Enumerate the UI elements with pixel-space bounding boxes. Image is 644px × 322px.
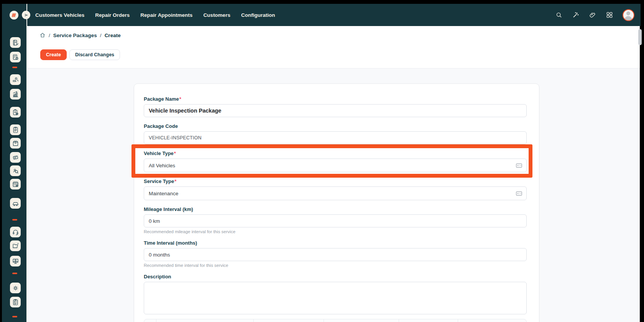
topbar-actions: [555, 4, 634, 26]
monitor-icon[interactable]: [10, 256, 21, 266]
content-area: / Service Packages / Create Create Disca…: [27, 26, 640, 322]
search-icon[interactable]: [555, 11, 563, 19]
headset-icon[interactable]: [10, 227, 21, 237]
package-box-icon[interactable]: [10, 138, 21, 149]
discard-changes-button[interactable]: Discard Changes: [69, 49, 120, 60]
vehicle-type-value: All Vehicles: [149, 163, 175, 168]
nav-customers-vehicles[interactable]: Customers Vehicles: [35, 12, 84, 18]
field-package-code: Package Code: [144, 124, 526, 144]
sidebar: [2, 26, 26, 322]
package-code-input[interactable]: [144, 131, 527, 144]
time-interval-label: Time Interval (months): [144, 241, 526, 245]
app-logo[interactable]: [10, 11, 18, 20]
nav-repair-orders[interactable]: Repair Orders: [95, 12, 130, 18]
breadcrumb-separator: /: [49, 33, 50, 38]
avatar-head-shape: [626, 11, 630, 15]
sidebar-section-divider: [12, 273, 17, 274]
table-column: [156, 319, 254, 322]
service-type-value: Maintenance: [149, 191, 178, 196]
gear-icon[interactable]: [10, 283, 21, 293]
clipboard-plus-icon[interactable]: [10, 107, 21, 118]
toolbar: Create Discard Changes: [40, 49, 120, 60]
nav-customers[interactable]: Customers: [203, 12, 230, 18]
field-service-type: Service Type* Maintenance: [144, 179, 526, 200]
field-package-name: Package Name*: [144, 97, 526, 117]
time-interval-input[interactable]: [144, 248, 527, 261]
stats-chart-icon[interactable]: [10, 89, 21, 100]
id-clipboard-icon[interactable]: [10, 297, 21, 307]
customer-search-icon[interactable]: [10, 165, 21, 176]
top-navigation-bar: Customers Vehicles Repair Orders Repair …: [2, 4, 641, 26]
table-column: [254, 319, 324, 322]
breadcrumb: / Service Packages / Create: [39, 32, 121, 38]
apps-grid-icon[interactable]: [606, 11, 613, 19]
magic-wand-icon[interactable]: [572, 11, 580, 19]
breadcrumb-separator: /: [100, 33, 102, 38]
nav-configuration[interactable]: Configuration: [241, 12, 275, 18]
card-reader-icon[interactable]: [10, 152, 21, 163]
field-vehicle-type: Vehicle Type* All Vehicles: [144, 151, 526, 172]
create-button[interactable]: Create: [40, 49, 67, 60]
package-code-label: Package Code: [144, 124, 526, 129]
time-helper-text: Recommended time interval for this servi…: [144, 263, 526, 268]
package-name-input[interactable]: [144, 104, 527, 117]
select-widget-icon: [516, 191, 522, 196]
service-type-label: Service Type*: [144, 179, 526, 184]
avatar-body-shape: [624, 16, 632, 21]
field-time-interval: Time Interval (months) Recommended time …: [144, 241, 526, 268]
sidebar-section-divider: [12, 219, 17, 221]
package-name-label: Package Name*: [144, 97, 526, 101]
sidebar-divider-line: [26, 4, 27, 322]
required-marker: *: [174, 178, 176, 184]
field-description: Description: [144, 275, 526, 314]
mileage-interval-input[interactable]: [144, 214, 527, 227]
service-type-select[interactable]: Maintenance: [144, 186, 527, 200]
car-icon[interactable]: [10, 198, 21, 209]
description-label: Description: [144, 275, 526, 279]
breadcrumb-service-packages[interactable]: Service Packages: [53, 33, 97, 38]
field-mileage-interval: Mileage Interval (km) Recommended mileag…: [144, 207, 526, 234]
home-icon[interactable]: [39, 32, 46, 38]
clipboard-doc-icon[interactable]: [10, 124, 21, 135]
line-items-table-header: [144, 319, 527, 322]
paperclip-icon[interactable]: [589, 11, 596, 19]
form-card: Package Name* Package Code Vehicle Type*…: [134, 83, 539, 322]
vehicle-type-select[interactable]: All Vehicles: [144, 159, 527, 172]
sidebar-collapse-button[interactable]: [22, 11, 30, 19]
sidebar-section-divider: [12, 316, 17, 317]
mileage-helper-text: Recommended mileage interval for this se…: [144, 230, 526, 234]
calendar-check-icon[interactable]: [10, 179, 21, 190]
vehicle-type-label: Vehicle Type*: [144, 151, 526, 156]
folder-doc-icon[interactable]: [10, 240, 21, 251]
required-marker: *: [179, 96, 181, 102]
page-header-band: / Service Packages / Create Create Disca…: [27, 26, 640, 69]
nav-repair-appointments[interactable]: Repair Appointments: [140, 12, 192, 18]
table-column: [144, 319, 156, 322]
breadcrumb-current: Create: [105, 33, 121, 38]
journal-icon[interactable]: [10, 37, 21, 48]
main-nav: Customers Vehicles Repair Orders Repair …: [35, 4, 275, 26]
table-column: [458, 319, 526, 322]
required-marker: *: [174, 150, 176, 156]
sidebar-section-divider: [12, 67, 17, 68]
user-avatar[interactable]: [623, 9, 634, 21]
table-column: [399, 319, 458, 322]
mileage-interval-label: Mileage Interval (km): [144, 207, 526, 212]
select-widget-icon: [516, 163, 522, 168]
scrollbar-thumb[interactable]: [638, 29, 642, 45]
hand-service-icon[interactable]: [10, 74, 21, 85]
table-column: [324, 319, 399, 322]
page: Customers Vehicles Repair Orders Repair …: [0, 0, 644, 322]
calculator-icon[interactable]: [10, 52, 21, 62]
description-textarea[interactable]: [144, 282, 527, 314]
